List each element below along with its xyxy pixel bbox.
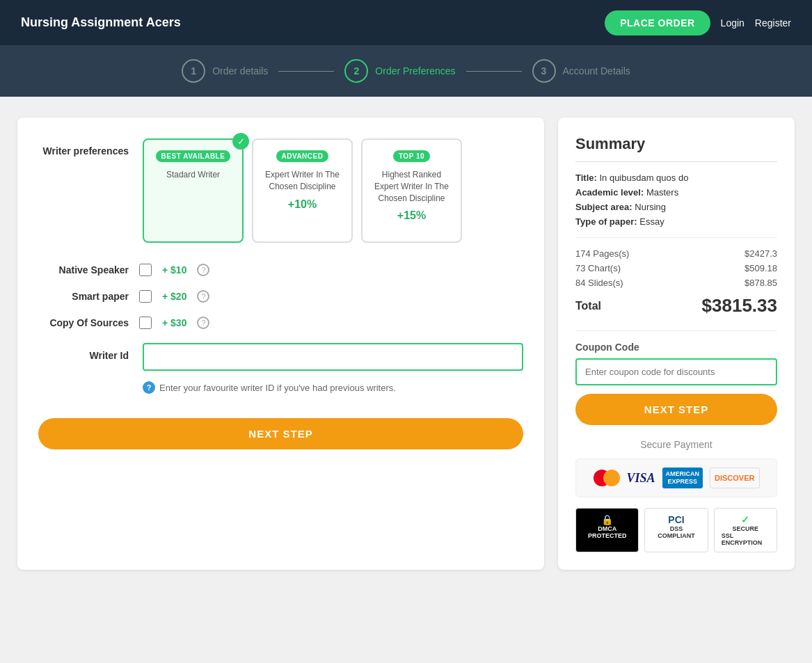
login-button[interactable]: Login [721,17,745,29]
main-content: Writer preferences ✓ BEST AVAILABLE Stad… [0,97,812,591]
summary-academic-label: Academic level: [575,187,644,198]
coupon-input[interactable] [575,358,777,385]
summary-title-value: In quibusdam quos do [599,173,688,183]
slides-value: $878.85 [745,278,777,288]
left-panel: Writer preferences ✓ BEST AVAILABLE Stad… [17,118,544,570]
writer-card-best-available[interactable]: ✓ BEST AVAILABLE Stadard Writer [143,138,244,243]
selected-check-icon: ✓ [232,133,249,150]
top10-desc: Highest Ranked Expert Writer In The Chos… [371,169,452,204]
native-speaker-row: Native Speaker + $10 ? [38,264,523,276]
writer-card-top10[interactable]: TOP 10 Highest Ranked Expert Writer In T… [361,138,462,243]
mastercard-logo [594,468,620,488]
steps-bar: 1 Order details 2 Order Preferences 3 Ac… [0,45,812,97]
writer-id-hint-text: Enter your favourite writer ID if you've… [159,383,396,393]
advanced-badge: ADVANCED [276,150,329,162]
summary-paper-type-label: Type of paper: [575,216,637,227]
step-3: 3 Account Details [532,59,630,83]
native-speaker-help-icon[interactable]: ? [197,264,209,276]
advanced-desc: Expert Writer In The Chosen Discipline [262,169,343,193]
copy-of-sources-help-icon[interactable]: ? [197,317,209,329]
summary-paper-type-value: Essay [639,216,664,227]
pci-label: DSS [670,525,683,532]
visa-logo: VISA [627,468,655,488]
best-available-desc: Stadard Writer [166,169,220,181]
charts-value: $509.18 [745,263,777,273]
step-1: 1 Order details [182,59,268,83]
summary-line-pages: 174 Pages(s) $2427.3 [575,248,777,259]
writer-id-hint-row: ? Enter your favourite writer ID if you'… [143,381,523,394]
smart-paper-row: Smart paper + $20 ? [38,290,523,303]
dmca-sublabel: PROTECTED [588,532,627,539]
secure-payment-title: Secure Payment [575,439,777,450]
native-speaker-price: + $10 [162,264,186,275]
step-connector-1 [278,71,334,72]
native-speaker-label: Native Speaker [38,264,129,275]
step-2-label: Order Preferences [375,65,455,77]
step-2-circle: 2 [344,59,368,83]
place-order-button[interactable]: PLACE ORDER [605,10,710,35]
ssl-sublabel: SSL ENCRYPTION [722,532,770,546]
mastercard-circle2 [603,470,620,486]
amex-logo: AMERICANEXPRESS [662,468,703,488]
smart-paper-label: Smart paper [38,291,129,302]
next-step-button-right[interactable]: NEXT STEP [575,394,777,425]
total-value: $3815.33 [702,295,777,317]
smart-paper-help-icon[interactable]: ? [197,290,209,303]
summary-academic-value: Masters [646,187,678,198]
pci-sublabel: COMPLIANT [658,532,695,539]
summary-title-field: Title: In quibusdam quos do [575,173,777,183]
dmca-icon: 🔒 [601,514,613,525]
site-title: Nursing Assignment Acers [21,15,181,30]
total-label: Total [575,300,601,312]
dmca-badge: 🔒 DMCA PROTECTED [575,508,639,552]
next-step-button-left[interactable]: NEXT STEP [38,418,523,449]
summary-divider [575,237,777,238]
copy-of-sources-row: Copy Of Sources + $30 ? [38,317,523,329]
native-speaker-checkbox[interactable] [139,264,152,276]
summary-paper-type-field: Type of paper: Essay [575,216,777,227]
slides-label: 84 Slides(s) [575,278,623,288]
writer-id-input[interactable] [143,343,523,371]
pci-icon: PCI [668,514,684,525]
writer-id-row: Writer Id [38,343,523,371]
trust-badges: 🔒 DMCA PROTECTED PCI DSS COMPLIANT ✓ SEC… [575,508,777,552]
right-panel: Summary Title: In quibusdam quos do Acad… [558,118,795,570]
copy-of-sources-checkbox[interactable] [139,317,152,329]
dmca-label: DMCA [598,525,616,532]
header-nav: PLACE ORDER Login Register [605,10,791,35]
summary-subject-field: Subject area: Nursing [575,202,777,212]
pages-label: 174 Pages(s) [575,248,629,259]
summary-line-slides: 84 Slides(s) $878.85 [575,278,777,288]
advanced-price: +10% [288,198,317,211]
coupon-section: Coupon Code NEXT STEP [575,330,777,425]
writer-cards: ✓ BEST AVAILABLE Stadard Writer ADVANCED… [143,138,462,243]
writer-preferences-label: Writer preferences [38,138,129,157]
step-3-circle: 3 [532,59,556,83]
best-available-badge: BEST AVAILABLE [156,150,231,162]
secure-payment-section: Secure Payment VISA AMERICANEXPRESS DISC… [575,439,777,497]
top10-price: +15% [397,209,426,222]
ssl-badge: ✓ SECURE SSL ENCRYPTION [714,508,777,552]
summary-title: Summary [575,135,777,162]
pci-badge: PCI DSS COMPLIANT [644,508,708,552]
smart-paper-checkbox[interactable] [139,290,152,303]
payment-logos: VISA AMERICANEXPRESS DISCOVER [575,458,777,497]
summary-title-label: Title: [575,173,597,183]
discover-logo: DISCOVER [710,468,759,488]
summary-total-row: Total $3815.33 [575,295,777,317]
step-connector-2 [466,71,522,72]
ssl-label: SECURE [733,525,759,532]
step-3-label: Account Details [563,65,630,77]
register-button[interactable]: Register [755,17,791,29]
writer-preferences-row: Writer preferences ✓ BEST AVAILABLE Stad… [38,138,523,243]
top10-badge: TOP 10 [393,150,430,162]
writer-card-advanced[interactable]: ADVANCED Expert Writer In The Chosen Dis… [252,138,353,243]
summary-subject-label: Subject area: [575,202,632,212]
summary-line-charts: 73 Chart(s) $509.18 [575,263,777,273]
copy-of-sources-price: + $30 [162,317,186,328]
coupon-label: Coupon Code [575,342,777,353]
smart-paper-price: + $20 [162,291,186,302]
pages-value: $2427.3 [745,248,777,259]
summary-subject-value: Nursing [635,202,666,212]
writer-id-label: Writer Id [38,343,129,361]
